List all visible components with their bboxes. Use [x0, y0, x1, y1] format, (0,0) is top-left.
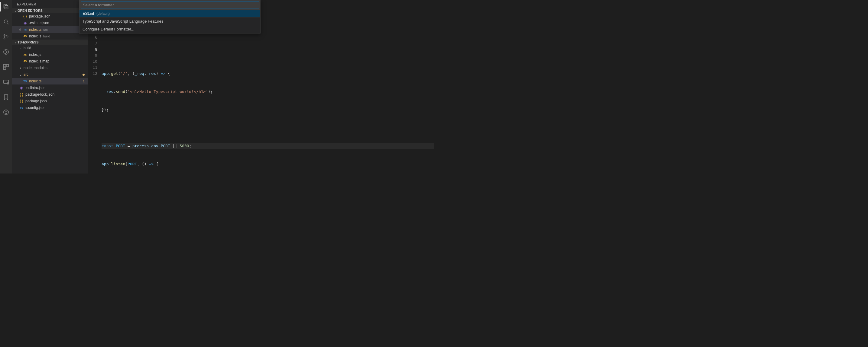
file-name: package.json — [29, 14, 51, 19]
line-number-current: 8 — [88, 46, 97, 53]
line-number: 12 — [88, 71, 97, 77]
file-row[interactable]: { } package-lock.json — [12, 91, 88, 98]
line-number: 9 — [88, 53, 97, 59]
file-row[interactable]: TS tsconfig.json — [12, 104, 88, 111]
file-name: package.json — [25, 99, 47, 103]
sidebar-title: EXPLORER — [12, 0, 88, 8]
svg-point-5 — [4, 38, 5, 39]
quick-pick-label: Configure Default Formatter... — [83, 27, 134, 31]
activity-source-control-icon[interactable] — [0, 32, 12, 42]
activity-git-icon[interactable] — [0, 107, 12, 117]
quick-pick-item-ts-js[interactable]: TypeScript and JavaScript Language Featu… — [80, 18, 260, 25]
json-icon: { } — [19, 92, 24, 97]
file-row[interactable]: ◉ .eslintrc.json — [12, 84, 88, 91]
line-number: 10 — [88, 59, 97, 65]
eslint-icon: ◉ — [19, 86, 24, 90]
chevron-down-icon: ⌄ — [19, 73, 22, 76]
file-hint: build — [43, 34, 50, 38]
chevron-right-icon: › — [19, 66, 22, 70]
activity-remote-icon[interactable] — [0, 77, 12, 87]
quick-pick-input[interactable] — [81, 1, 259, 8]
line-number: 7 — [88, 40, 97, 46]
activity-extensions-icon[interactable] — [0, 62, 12, 72]
open-editor-item-active[interactable]: ✕ TS index.ts src 1 — [12, 26, 88, 33]
file-name: tsconfig.json — [25, 106, 45, 110]
quick-pick-item-configure[interactable]: Configure Default Formatter... — [80, 25, 260, 33]
svg-rect-11 — [4, 80, 9, 83]
modified-dot-icon — [83, 74, 85, 76]
line-number: 6 — [88, 34, 97, 40]
svg-rect-0 — [4, 4, 7, 8]
file-name: index.js — [29, 53, 41, 57]
file-row[interactable]: JS index.js.map — [12, 58, 88, 65]
chevron-down-icon: ⌄ — [13, 8, 18, 12]
file-name: .eslintrc.json — [25, 86, 45, 90]
open-editors-header[interactable]: ⌄ OPEN EDITORS — [12, 8, 88, 13]
open-editors-label: OPEN EDITORS — [18, 9, 42, 12]
svg-line-3 — [7, 23, 9, 25]
ts-icon: TS — [22, 28, 28, 31]
svg-point-15 — [6, 113, 7, 114]
tsconfig-icon: TS — [19, 106, 24, 109]
close-icon[interactable]: ✕ — [18, 28, 22, 32]
json-icon: { } — [22, 14, 28, 19]
quick-pick-palette: ESLint (default) TypeScript and JavaScri… — [79, 0, 260, 34]
project-label: TS-EXPRESS — [18, 40, 39, 44]
file-name: .eslintrc.json — [29, 21, 49, 25]
folder-name: build — [24, 46, 31, 50]
file-row-active[interactable]: TS index.ts 1 — [12, 78, 88, 84]
json-icon: { } — [19, 99, 24, 103]
file-name: index.ts — [29, 28, 41, 32]
svg-point-7 — [4, 49, 9, 55]
ts-icon: TS — [22, 80, 28, 83]
quick-pick-list: ESLint (default) TypeScript and JavaScri… — [80, 10, 260, 33]
file-name: index.js — [29, 34, 41, 38]
open-editor-item[interactable]: ◉ .eslintrc.json — [12, 20, 88, 26]
folder-row[interactable]: ⌄ src — [12, 71, 88, 78]
explorer-sidebar: EXPLORER ⌄ OPEN EDITORS { } package.json… — [12, 0, 88, 174]
activity-explorer-icon[interactable] — [0, 2, 12, 11]
activity-bookmark-icon[interactable] — [0, 92, 12, 102]
folder-row[interactable]: ⌄ build — [12, 45, 88, 51]
open-editor-item[interactable]: JS index.js build — [12, 33, 88, 39]
svg-point-2 — [4, 20, 7, 23]
quick-pick-hint: (default) — [96, 11, 110, 16]
file-hint: src — [43, 28, 48, 31]
svg-rect-9 — [6, 65, 8, 67]
quick-pick-label: ESLint — [83, 11, 94, 16]
quick-pick-item-eslint[interactable]: ESLint (default) — [80, 10, 260, 18]
folder-name: src — [24, 72, 28, 77]
activity-search-icon[interactable] — [0, 17, 12, 27]
js-icon: JS — [22, 53, 28, 56]
line-number: 11 — [88, 65, 97, 71]
activity-debug-icon[interactable] — [0, 47, 12, 57]
svg-rect-10 — [4, 67, 6, 69]
quick-pick-label: TypeScript and JavaScript Language Featu… — [83, 19, 163, 24]
file-row[interactable]: { } package.json — [12, 98, 88, 104]
chevron-down-icon: ⌄ — [19, 46, 22, 50]
svg-point-4 — [4, 34, 5, 36]
quick-pick-input-row — [80, 0, 260, 10]
file-name: index.ts — [29, 79, 41, 83]
file-name: package-lock.json — [25, 92, 54, 97]
open-editor-item[interactable]: { } package.json — [12, 13, 88, 20]
svg-point-6 — [7, 36, 8, 37]
folder-name: node_modules — [24, 66, 48, 70]
js-icon: JS — [22, 35, 28, 38]
folder-row[interactable]: › node_modules — [12, 65, 88, 71]
js-icon: JS — [22, 60, 28, 63]
svg-point-14 — [6, 111, 7, 112]
svg-rect-1 — [5, 5, 8, 9]
svg-rect-8 — [4, 65, 6, 67]
activity-bar — [0, 0, 12, 174]
file-name: index.js.map — [29, 59, 49, 63]
chevron-down-icon: ⌄ — [13, 40, 18, 44]
eslint-icon: ◉ — [22, 21, 28, 25]
project-header[interactable]: ⌄ TS-EXPRESS — [12, 39, 88, 45]
warning-badge: 1 — [83, 79, 85, 83]
file-row[interactable]: JS index.js — [12, 51, 88, 58]
